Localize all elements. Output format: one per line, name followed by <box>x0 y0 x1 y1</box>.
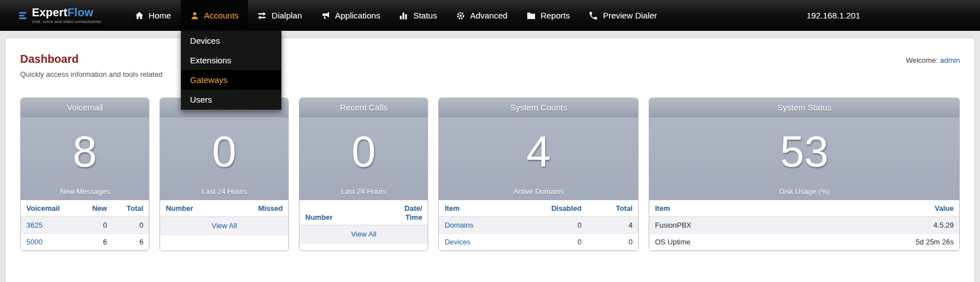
nav-item-label: Home <box>149 11 171 20</box>
table-cell: 0 <box>112 216 149 233</box>
table-cell: FusionPBX <box>649 216 801 233</box>
table-cell: 0 <box>78 216 112 233</box>
card-system-status: System Status 53 Disk Usage (%) ItemValu… <box>649 98 960 251</box>
nav-item-advanced[interactable]: Advanced <box>447 0 517 31</box>
table-row: 362500 <box>21 216 149 233</box>
table-cell: 4 <box>587 216 638 233</box>
table-row: Devices00 <box>439 233 638 250</box>
main-content-panel: Dashboard Quickly access information and… <box>6 38 974 282</box>
column-header: New <box>78 200 112 216</box>
top-navbar: ExpertFlow chat, voice and video contact… <box>0 0 980 31</box>
phone-icon <box>589 11 598 20</box>
brand-title: ExpertFlow <box>32 7 102 18</box>
page-title: Dashboard <box>20 53 162 66</box>
card-recent-calls: Recent Calls 0 Last 24 Hours NumberDate/… <box>299 98 428 251</box>
card-body: 8 New Messages <box>21 117 149 200</box>
table-cell: 5d 25m 26s <box>801 233 959 250</box>
card-caption: Disk Usage (%) <box>649 187 959 196</box>
card-body: 4 Active Domains <box>439 117 638 200</box>
dropdown-item-devices[interactable]: Devices <box>181 31 281 50</box>
table-row: FusionPBX4.5.29 <box>649 216 959 233</box>
card-body: 0 Last 24 Hours <box>299 117 428 200</box>
nav-item-label: Preview Dialer <box>603 11 657 20</box>
user-icon <box>190 11 199 20</box>
card-caption: New Messages <box>21 187 149 196</box>
table-cell: Domains <box>439 216 512 233</box>
card-number: 4 <box>439 117 638 173</box>
nav-item-dialplan[interactable]: Dialplan <box>248 0 311 31</box>
table-header-row: NumberDate/ Time <box>299 200 428 225</box>
main-nav: Home Accounts Devices Extensions Gateway… <box>125 0 667 31</box>
card-title: System Status <box>649 98 959 117</box>
column-header: Number <box>160 200 227 216</box>
column-header: Voicemail <box>21 200 78 216</box>
table-cell-link[interactable]: Domains <box>444 221 473 229</box>
megaphone-icon <box>321 11 330 20</box>
card-system-counts: System Counts 4 Active Domains ItemDisab… <box>438 98 639 251</box>
card-caption: Last 24 Hours <box>160 187 288 196</box>
table-cell: 0 <box>512 216 587 233</box>
brand-logo[interactable]: ExpertFlow chat, voice and video contact… <box>0 0 115 31</box>
nav-item-preview-dialer[interactable]: Preview Dialer <box>579 0 667 31</box>
column-header: Disabled <box>512 200 587 216</box>
nav-item-label: Reports <box>541 11 570 20</box>
card-caption: Active Domains <box>439 187 638 196</box>
column-header: Item <box>649 200 801 216</box>
card-body: 0 Last 24 Hours <box>160 117 288 200</box>
bar-chart-icon <box>399 11 408 20</box>
table-cell-link[interactable]: 3625 <box>26 221 43 229</box>
welcome-user-link[interactable]: admin <box>940 56 960 64</box>
dropdown-item-users[interactable]: Users <box>181 90 281 109</box>
nav-item-home[interactable]: Home <box>125 0 181 31</box>
card-title: System Counts <box>439 98 638 117</box>
table-cell: OS Uptime <box>649 233 801 250</box>
card-number: 0 <box>299 117 428 173</box>
nav-item-applications[interactable]: Applications <box>312 0 390 31</box>
view-all-link[interactable]: View All <box>212 221 237 230</box>
table-cell: 6 <box>78 233 112 250</box>
card-number: 0 <box>160 117 288 173</box>
folder-icon <box>527 11 536 20</box>
column-header: Item <box>439 200 512 216</box>
table-header-row: ItemDisabledTotal <box>439 200 638 216</box>
view-all-row: View All <box>160 217 288 235</box>
table-row: OS Uptime5d 25m 26s <box>649 233 959 250</box>
dropdown-item-gateways[interactable]: Gateways <box>181 70 281 90</box>
nav-item-label: Advanced <box>470 11 508 20</box>
nav-item-accounts[interactable]: Accounts Devices Extensions Gateways Use… <box>181 0 248 31</box>
dashboard-cards: Voicemail 8 New Messages VoicemailNewTot… <box>20 98 960 251</box>
card-voicemail: Voicemail 8 New Messages VoicemailNewTot… <box>20 98 149 251</box>
table-cell: 4.5.29 <box>801 216 959 233</box>
brand-tagline: chat, voice and video contactcenter <box>32 20 102 24</box>
accounts-dropdown-menu: Devices Extensions Gateways Users <box>181 31 282 110</box>
card-number: 53 <box>649 117 959 173</box>
card-number: 8 <box>21 117 149 173</box>
table-cell: Devices <box>439 233 512 250</box>
view-all-row: View All <box>299 225 428 243</box>
column-header: Value <box>801 200 959 216</box>
column-header: Total <box>587 200 638 216</box>
nav-item-reports[interactable]: Reports <box>517 0 580 31</box>
dropdown-item-extensions[interactable]: Extensions <box>181 50 281 70</box>
card-title: Voicemail <box>21 98 149 117</box>
column-header: Missed <box>227 200 288 216</box>
table-cell-link[interactable]: 5000 <box>26 238 43 246</box>
page-header: Dashboard Quickly access information and… <box>20 53 960 78</box>
view-all-link[interactable]: View All <box>351 230 376 238</box>
system-counts-table: ItemDisabledTotalDomains04Devices00 <box>439 200 638 251</box>
server-ip: 192.168.1.201 <box>806 11 980 20</box>
table-cell: 0 <box>512 233 587 250</box>
table-cell-link[interactable]: Devices <box>444 238 470 246</box>
home-icon <box>135 11 144 20</box>
card-title: Recent Calls <box>299 98 428 117</box>
table-cell: 3625 <box>21 216 78 233</box>
gear-icon <box>456 11 465 20</box>
table-cell: 0 <box>587 233 638 250</box>
system-status-table: ItemValueFusionPBX4.5.29OS Uptime5d 25m … <box>649 200 959 251</box>
nav-item-status[interactable]: Status <box>390 0 447 31</box>
nav-item-label: Dialplan <box>271 11 302 20</box>
table-row: Domains04 <box>439 216 638 233</box>
missed-calls-table: NumberMissed <box>160 200 288 217</box>
table-cell: 5000 <box>21 233 78 250</box>
table-header-row: ItemValue <box>649 200 959 216</box>
